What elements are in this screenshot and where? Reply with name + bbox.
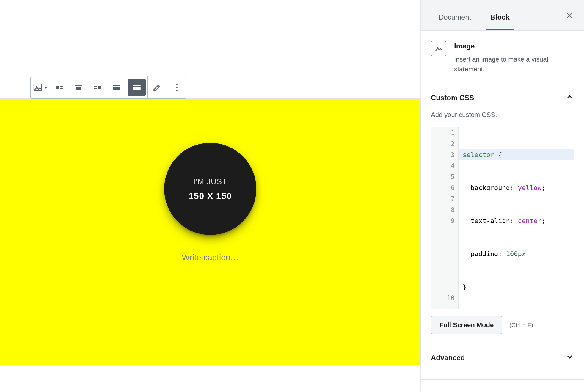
custom-css-panel-title: Custom CSS [431,94,474,102]
image-placeholder-line1: I'M JUST [193,177,227,186]
align-right-icon [92,82,103,92]
block-info-title: Image [454,41,574,51]
image-block-icon [431,41,446,56]
align-right-button[interactable] [88,76,107,98]
custom-css-panel-toggle[interactable]: Custom CSS [421,84,584,111]
chevron-down-icon [566,353,574,363]
svg-point-18 [176,90,178,91]
advanced-panel-toggle[interactable]: Advanced [421,344,584,371]
align-left-button[interactable] [50,76,69,98]
svg-rect-3 [60,86,63,87]
more-options-button[interactable] [167,76,186,98]
image-placeholder-line2: 150 X 150 [189,191,232,201]
image-icon [33,82,43,92]
svg-rect-4 [60,88,63,89]
svg-rect-9 [94,88,97,89]
svg-rect-10 [113,85,120,86]
svg-point-19 [437,47,438,48]
svg-rect-13 [133,85,141,86]
svg-rect-14 [133,87,141,90]
svg-rect-8 [94,86,97,87]
sidebar-tabs: Document Block [421,0,584,31]
kebab-icon [172,82,182,92]
svg-point-17 [176,87,178,88]
full-screen-shortcut: (Ctrl + F) [509,322,533,329]
code-lines[interactable]: selector { background: yellow; text-alig… [459,127,574,309]
tab-block[interactable]: Block [481,13,519,30]
image-block[interactable]: I'M JUST 150 X 150 Write caption… [0,99,420,365]
close-icon [565,11,574,20]
chevron-up-icon [566,93,574,103]
close-sidebar-button[interactable] [565,11,574,20]
editor-canvas: I'M JUST 150 X 150 Write caption… [0,0,420,392]
custom-css-editor[interactable]: 12345678910 selector { background: yello… [431,127,574,309]
advanced-panel-title: Advanced [431,354,465,362]
advanced-panel: Advanced [421,344,584,380]
block-info: Image Insert an image to make a visual s… [421,31,584,84]
svg-rect-6 [76,87,81,90]
align-center-icon [73,82,84,92]
svg-rect-7 [98,86,101,89]
placeholder-image[interactable]: I'M JUST 150 X 150 [164,143,256,235]
svg-rect-2 [56,86,59,89]
custom-css-panel: Custom CSS Add your custom CSS. 12345678… [421,84,584,344]
chevron-down-icon [44,87,48,89]
tab-document[interactable]: Document [429,13,481,30]
align-full-button[interactable] [128,79,146,96]
image-icon [434,44,443,53]
svg-point-1 [36,86,37,87]
pencil-icon [152,82,162,92]
edit-image-button[interactable] [148,76,167,98]
svg-point-16 [176,84,178,85]
block-toolbar [30,76,186,99]
align-wide-icon [112,82,122,92]
code-gutter: 12345678910 [431,127,459,309]
image-caption-input[interactable]: Write caption… [0,253,420,262]
full-screen-mode-button[interactable]: Full Screen Mode [431,316,502,334]
block-info-desc: Insert an image to make a visual stateme… [454,54,574,74]
align-wide-button[interactable] [107,76,126,98]
svg-rect-5 [75,85,82,86]
custom-css-hint: Add your custom CSS. [431,111,574,119]
align-left-icon [54,82,65,92]
align-center-button[interactable] [69,76,88,98]
align-full-icon [132,82,142,92]
block-type-image-button[interactable] [31,76,50,98]
settings-sidebar: Document Block Image Insert an image to … [420,0,584,392]
svg-rect-11 [113,87,120,90]
